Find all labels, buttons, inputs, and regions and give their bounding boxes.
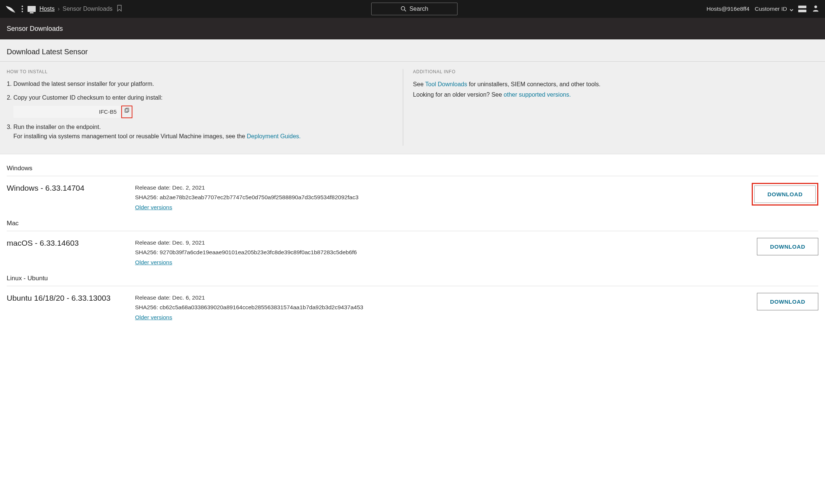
download-button[interactable]: DOWNLOAD [757, 293, 818, 310]
download-button[interactable]: DOWNLOAD [754, 185, 816, 203]
page-subheader: Sensor Downloads [0, 18, 825, 39]
addl-p1-a: See [413, 81, 425, 87]
page-title: Sensor Downloads [7, 25, 63, 33]
older-versions-link[interactable]: Older versions [135, 204, 172, 210]
release-date: Release date: Dec. 6, 2021 [135, 293, 757, 303]
addl-p1-b: for uninstallers, SIEM connectors, and o… [467, 81, 600, 87]
svg-point-2 [814, 6, 817, 8]
chevron-down-icon [789, 7, 793, 11]
deployment-guides-link[interactable]: Deployment Guides. [247, 133, 301, 139]
additional-info-head: ADDITIONAL INFO [413, 69, 818, 74]
breadcrumb-hosts-link[interactable]: Hosts [39, 6, 55, 12]
download-latest-section: Download Latest Sensor HOW TO INSTALL Do… [0, 39, 825, 154]
topbar: Hosts › Sensor Downloads Search Hosts@91… [0, 0, 825, 18]
install-step-1: Download the latest sensor installer for… [13, 80, 396, 89]
account-label: Hosts@916e8ff4 [707, 6, 749, 12]
section-title: Download Latest Sensor [0, 39, 825, 62]
vertical-dots-icon[interactable] [21, 6, 24, 12]
how-to-head: HOW TO INSTALL [7, 69, 396, 74]
platform-row: macOS - 6.33.14603Release date: Dec. 9, … [7, 231, 818, 270]
release-date: Release date: Dec. 2, 2021 [135, 183, 752, 193]
platform-group-header: Windows [7, 160, 818, 176]
other-versions-link[interactable]: other supported versions. [504, 91, 571, 98]
platform-info: Release date: Dec. 6, 2021SHA256: cb62c5… [135, 293, 757, 322]
tool-downloads-link[interactable]: Tool Downloads [425, 81, 467, 87]
platform-info: Release date: Dec. 2, 2021SHA256: ab2ae7… [135, 183, 752, 212]
sha256: SHA256: ab2ae78b2c3eab7707ec2b7747c5e0d7… [135, 193, 752, 202]
platform-row: Ubuntu 16/18/20 - 6.33.13003Release date… [7, 286, 818, 325]
download-button-wrap: DOWNLOAD [752, 183, 818, 206]
falcon-logo-icon[interactable] [5, 4, 17, 13]
download-button-wrap: DOWNLOAD [757, 238, 818, 255]
install-step-2-text: Copy your Customer ID checksum to enter … [13, 94, 163, 101]
install-step-3b: For installing via systems management to… [13, 133, 247, 139]
how-to-install: HOW TO INSTALL Download the latest senso… [7, 69, 396, 146]
install-step-2: Copy your Customer ID checksum to enter … [13, 93, 396, 119]
breadcrumb-separator: › [58, 6, 60, 12]
stack-icon[interactable] [798, 6, 806, 12]
platform-row: Windows - 6.33.14704Release date: Dec. 2… [7, 176, 818, 215]
checksum-row: IFC-B5 [13, 106, 396, 119]
sha256: SHA256: cb62c5a68a0338639020a89164cceb28… [135, 303, 757, 312]
install-step-3: Run the installer on the endpoint. For i… [13, 123, 396, 141]
platform-name: macOS - 6.33.14603 [7, 238, 135, 248]
checksum-value: IFC-B5 [13, 106, 120, 117]
user-icon[interactable] [812, 4, 820, 14]
platform-info: Release date: Dec. 9, 2021SHA256: 9270b3… [135, 238, 757, 267]
older-versions-link[interactable]: Older versions [135, 314, 172, 320]
search-icon [401, 6, 407, 12]
topbar-right: Hosts@916e8ff4 Customer ID [707, 4, 820, 14]
customer-id-label: Customer ID [755, 6, 787, 12]
additional-info: ADDITIONAL INFO See Tool Downloads for u… [403, 69, 818, 146]
platforms-list: WindowsWindows - 6.33.14704Release date:… [0, 154, 825, 336]
svg-line-1 [404, 10, 406, 11]
platform-name: Ubuntu 16/18/20 - 6.33.13003 [7, 293, 135, 303]
older-versions-link[interactable]: Older versions [135, 259, 172, 265]
customer-id-dropdown[interactable]: Customer ID [755, 6, 793, 12]
topbar-center: Search [122, 3, 707, 15]
svg-point-0 [401, 7, 405, 10]
topbar-left: Hosts › Sensor Downloads [5, 4, 122, 13]
install-step-3a: Run the installer on the endpoint. [13, 124, 101, 130]
platform-group-header: Linux - Ubuntu [7, 270, 818, 286]
breadcrumb-current: Sensor Downloads [62, 6, 112, 12]
breadcrumb: Hosts › Sensor Downloads [39, 6, 113, 12]
download-highlight: DOWNLOAD [752, 183, 818, 206]
copy-icon[interactable] [124, 107, 130, 117]
addl-p2-a: Looking for an older version? See [413, 91, 504, 98]
search-button[interactable]: Search [371, 3, 458, 15]
sha256: SHA256: 9270b39f7a6cde19eaae90101ea205b2… [135, 248, 757, 257]
search-label: Search [410, 6, 428, 12]
release-date: Release date: Dec. 9, 2021 [135, 238, 757, 248]
bookmark-icon[interactable] [116, 5, 122, 13]
copy-checksum-highlight [121, 106, 132, 119]
platform-group-header: Mac [7, 215, 818, 231]
platform-name: Windows - 6.33.14704 [7, 183, 135, 193]
monitor-icon[interactable] [28, 6, 36, 12]
download-button[interactable]: DOWNLOAD [757, 238, 818, 255]
download-button-wrap: DOWNLOAD [757, 293, 818, 310]
